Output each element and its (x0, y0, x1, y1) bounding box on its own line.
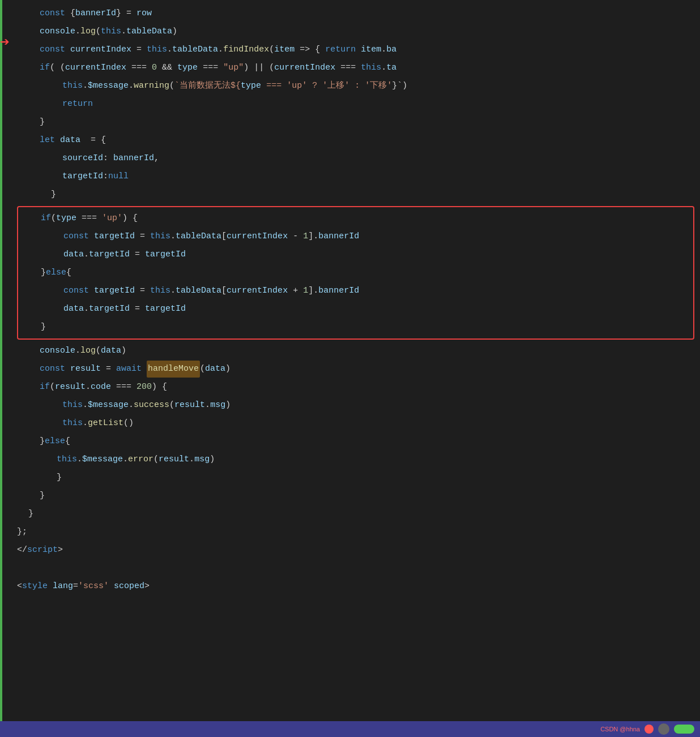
punctuation: ]. (308, 228, 318, 245)
code-line: const targetId = this . tableData [ curr… (18, 228, 693, 246)
variable: data (60, 132, 80, 149)
keyword: const (40, 41, 70, 58)
punctuation: . (84, 301, 89, 318)
keyword: script (27, 542, 58, 559)
punctuation: . (75, 342, 80, 359)
punctuation: } (57, 469, 62, 486)
function-name: error (128, 451, 153, 468)
punctuation: } = (116, 5, 136, 22)
variable: type (56, 210, 76, 227)
code-line: this . getList () (11, 414, 700, 432)
punctuation: } (40, 114, 45, 131)
punctuation: = { (80, 132, 106, 149)
punctuation: + (288, 282, 303, 299)
template-string: `当前数据无法${ (174, 78, 241, 95)
variable: bannerId (113, 150, 154, 167)
punctuation: ) (210, 451, 215, 468)
punctuation: }`) (392, 78, 407, 95)
variable: console (40, 23, 75, 40)
green-button[interactable] (674, 725, 694, 734)
code-line: const { bannerId } = row (11, 5, 700, 23)
punctuation: ( (200, 361, 205, 378)
punctuation: && (157, 59, 177, 76)
punctuation: = (73, 578, 78, 595)
punctuation: } (41, 264, 46, 281)
variable: currentIndex (274, 59, 335, 76)
variable: result (70, 361, 101, 378)
code-line: </ script > (11, 541, 700, 559)
code-line: this . $message . success ( result . msg… (11, 396, 700, 414)
variable: tableData (176, 282, 221, 299)
punctuation: . (205, 397, 210, 414)
punctuation: { (70, 5, 75, 22)
code-line: console . log ( this . tableData ) (11, 23, 700, 41)
property: msg (194, 451, 210, 468)
code-line: this . $message . error ( result . msg ) (11, 451, 700, 469)
punctuation: ) { (122, 210, 138, 227)
punctuation: ( (169, 78, 174, 95)
code-line: } (11, 505, 700, 523)
punctuation: [ (221, 282, 227, 299)
variable: item (274, 41, 294, 58)
property: targetId (89, 246, 130, 263)
keyword: style (22, 578, 53, 595)
property: $message (88, 397, 129, 414)
function-name: findIndex (223, 41, 269, 58)
punctuation: . (381, 59, 386, 76)
code-line: console . log ( data ) (11, 342, 700, 360)
keyword: if (40, 59, 50, 76)
punctuation: . (75, 23, 80, 40)
punctuation: . (123, 451, 128, 468)
punctuation: } (51, 186, 56, 203)
punctuation: . (170, 282, 176, 299)
function-name: success (134, 397, 169, 414)
code-line: if ( result . code === 200 ) { (11, 378, 700, 396)
avatar (658, 723, 669, 735)
number: 1 (303, 228, 308, 245)
red-dot (644, 725, 654, 734)
punctuation: ( (51, 210, 56, 227)
variable: currentIndex (65, 59, 126, 76)
punctuation: ) (172, 23, 177, 40)
punctuation: ( (96, 23, 101, 40)
keyword: this (62, 415, 83, 432)
variable: tableData (172, 41, 218, 58)
keyword: this (57, 451, 77, 468)
bottom-status-bar: CSDN @hhna (0, 721, 700, 737)
keyword: this (150, 282, 170, 299)
keyword: else (45, 433, 65, 450)
function-name: log (80, 342, 96, 359)
punctuation: = (135, 282, 150, 299)
property: targetId (89, 301, 130, 318)
punctuation (109, 578, 114, 595)
keyword: const (40, 361, 70, 378)
property: $message (82, 451, 123, 468)
code-line: const targetId = this . tableData [ curr… (18, 282, 693, 300)
code-line: } else { (11, 432, 700, 451)
variable: result (55, 379, 86, 396)
variable: currentIndex (227, 228, 288, 245)
punctuation: () (123, 415, 134, 432)
punctuation: ) || ( (244, 59, 274, 76)
punctuation: . (121, 23, 126, 40)
keyword: this (361, 59, 381, 76)
keyword: let (40, 132, 60, 149)
punctuation: ( (153, 451, 159, 468)
keyword: this (147, 41, 167, 58)
punctuation: = (131, 41, 147, 58)
punctuation: . (129, 78, 134, 95)
keyword: return (62, 96, 93, 113)
code-line: } (11, 469, 700, 487)
punctuation: ( ( (50, 59, 65, 76)
punctuation: > (58, 542, 63, 559)
code-line: targetId : null (11, 168, 700, 186)
property: targetId (62, 168, 103, 185)
punctuation: === (198, 59, 223, 76)
code-line: } (11, 487, 700, 505)
variable: data (205, 361, 225, 378)
keyword: await (116, 361, 147, 378)
code-line: const currentIndex = this . tableData . … (11, 41, 700, 59)
code-line: if ( ( currentIndex === 0 && type === "u… (11, 59, 700, 77)
punctuation: ( (50, 379, 55, 396)
punctuation: === (126, 59, 152, 76)
